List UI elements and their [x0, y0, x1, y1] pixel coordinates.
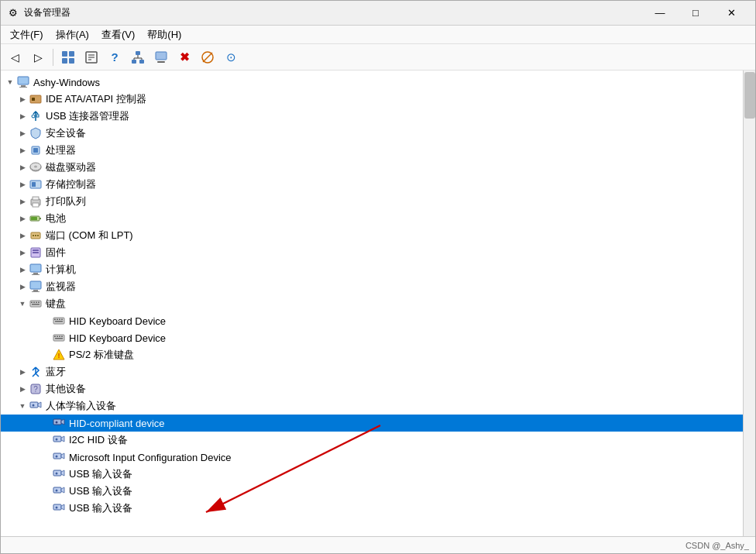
close-button[interactable]: ✕ — [713, 1, 749, 26]
expander-keyboard[interactable]: ▼ — [16, 298, 29, 310]
tree-item-i2c[interactable]: ▶ I2C HID 设备 — [1, 432, 743, 449]
tree-item-hid2[interactable]: ▶ HID Keyboard Device — [1, 329, 743, 346]
tree-item-security[interactable]: ▶ 安全设备 — [1, 125, 743, 142]
tree-item-ms-input[interactable]: ▶ Microsoft Input Configuration Device — [1, 449, 743, 466]
scrollbar[interactable] — [743, 71, 755, 536]
menu-help[interactable]: 帮助(H) — [141, 26, 187, 43]
icon-i2c — [52, 433, 66, 447]
expander-print[interactable]: ▶ — [16, 195, 29, 208]
svg-rect-54 — [33, 302, 35, 304]
tree-item-hid1[interactable]: ▶ HID Keyboard Device — [1, 312, 743, 329]
network-button[interactable] — [127, 46, 149, 68]
tree-item-usb-input1[interactable]: ▶ USB 输入设备 — [1, 466, 743, 483]
tree-item-print[interactable]: ▶ 打印队列 — [1, 193, 743, 210]
tree-item-ide[interactable]: ▶ IDE ATA/ATAPI 控制器 — [1, 91, 743, 108]
svg-point-42 — [37, 235, 39, 236]
maximize-button[interactable]: □ — [678, 1, 713, 26]
svg-rect-57 — [32, 304, 40, 305]
show-all-button[interactable] — [57, 46, 79, 68]
tree-label-hid-group: 人体学输入设备 — [46, 399, 116, 413]
svg-line-18 — [203, 53, 212, 62]
expander-hid-group[interactable]: ▼ — [16, 400, 29, 412]
expander-firmware[interactable]: ▶ — [16, 246, 29, 259]
tree-item-storage[interactable]: ▶ 存储控制器 — [1, 176, 743, 193]
menu-view[interactable]: 查看(V) — [95, 26, 141, 43]
expander-disk[interactable]: ▶ — [16, 161, 29, 174]
tree-item-monitor[interactable]: ▶ 监视器 — [1, 278, 743, 295]
device-tree[interactable]: ▼ Ashy-Windows ▶ IDE ATA/ATAPI 控制器 ▶ — [1, 71, 743, 536]
svg-rect-59 — [54, 319, 56, 321]
svg-rect-45 — [33, 252, 39, 253]
minimize-button[interactable]: — — [642, 1, 678, 26]
tree-item-root[interactable]: ▼ Ashy-Windows — [1, 74, 743, 91]
icon-security — [29, 126, 43, 140]
expander-storage[interactable]: ▶ — [16, 178, 29, 191]
svg-rect-34 — [33, 197, 39, 200]
tree-label-usb: USB 连接器管理器 — [46, 109, 129, 123]
tree-item-bluetooth[interactable]: ▶ 蓝牙 — [1, 363, 743, 380]
tree-item-computer[interactable]: ▶ 计算机 — [1, 261, 743, 278]
forward-button[interactable]: ▷ — [27, 46, 49, 68]
tree-item-battery[interactable]: ▶ 电池 — [1, 210, 743, 227]
icon-usb-input1 — [52, 467, 66, 481]
expander-ide[interactable]: ▶ — [16, 93, 29, 105]
tree-item-keyboard[interactable]: ▼ 键盘 — [1, 295, 743, 312]
expander-security[interactable]: ▶ — [16, 127, 29, 139]
tree-item-ps2[interactable]: ▶ ! PS/2 标准键盘 — [1, 346, 743, 363]
tree-label-i2c: I2C HID 设备 — [69, 433, 128, 447]
svg-rect-46 — [30, 264, 41, 272]
expander-bluetooth[interactable]: ▶ — [16, 366, 29, 378]
tree-item-firmware[interactable]: ▶ 固件 — [1, 244, 743, 261]
tree-item-hid-group[interactable]: ▼ 人体学输入设备 — [1, 397, 743, 415]
icon-other: ? — [29, 382, 43, 396]
icon-storage — [29, 177, 43, 191]
expander-cpu[interactable]: ▶ — [16, 144, 29, 157]
menu-action[interactable]: 操作(A) — [50, 26, 95, 43]
icon-usb-input2 — [52, 484, 66, 498]
tree-item-disk[interactable]: ▶ 磁盘驱动器 — [1, 159, 743, 176]
icon-hid-keyboard1 — [52, 314, 66, 328]
disable-button[interactable] — [197, 46, 218, 68]
expander-usb[interactable]: ▶ — [16, 110, 29, 122]
scrollbar-thumb[interactable] — [744, 72, 755, 119]
uninstall-button[interactable]: ✖ — [174, 46, 195, 68]
tree-label-other: 其他设备 — [46, 382, 86, 396]
icon-com — [29, 229, 43, 243]
expander-monitor[interactable]: ▶ — [16, 280, 29, 293]
svg-point-30 — [34, 166, 37, 168]
expander-battery[interactable]: ▶ — [16, 212, 29, 225]
svg-rect-67 — [59, 336, 60, 338]
svg-rect-3 — [69, 58, 74, 64]
tree-label-hid-compliant: HID-compliant device — [69, 418, 165, 429]
tree-label-root: Ashy-Windows — [33, 77, 100, 88]
icon-ide — [29, 92, 43, 106]
expander-root[interactable]: ▼ — [4, 76, 16, 88]
expander-com[interactable]: ▶ — [16, 229, 29, 242]
tree-item-usb[interactable]: ▶ USB 连接器管理器 — [1, 108, 743, 125]
svg-rect-56 — [38, 302, 40, 304]
back-button[interactable]: ◁ — [4, 46, 26, 68]
svg-rect-21 — [19, 87, 27, 88]
icon-print — [29, 194, 43, 208]
tree-item-cpu[interactable]: ▶ 处理器 — [1, 142, 743, 159]
svg-rect-47 — [33, 273, 38, 274]
tree-label-ide: IDE ATA/ATAPI 控制器 — [46, 92, 146, 106]
tree-item-com[interactable]: ▶ 端口 (COM 和 LPT) — [1, 227, 743, 244]
tree-label-ps2: PS/2 标准键盘 — [69, 348, 134, 362]
tree-item-usb-input2[interactable]: ▶ USB 输入设备 — [1, 483, 743, 500]
scan-button[interactable]: ⊙ — [220, 46, 242, 68]
properties-button[interactable] — [81, 46, 102, 68]
tree-item-usb-input3[interactable]: ▶ USB 输入设备 — [1, 500, 743, 517]
help-button[interactable]: ? — [104, 46, 125, 68]
tree-label-usb-input2: USB 输入设备 — [69, 484, 132, 498]
icon-hid-compliant — [52, 416, 66, 430]
svg-rect-32 — [32, 182, 36, 187]
expander-other[interactable]: ▶ — [16, 383, 29, 395]
manage-button[interactable] — [150, 46, 172, 68]
svg-rect-10 — [139, 60, 144, 64]
tree-item-hid-compliant[interactable]: ▶ HID-compliant device — [1, 415, 743, 432]
svg-rect-55 — [36, 302, 37, 304]
menu-file[interactable]: 文件(F) — [4, 26, 50, 43]
expander-computer[interactable]: ▶ — [16, 263, 29, 276]
tree-item-other[interactable]: ▶ ? 其他设备 — [1, 380, 743, 397]
